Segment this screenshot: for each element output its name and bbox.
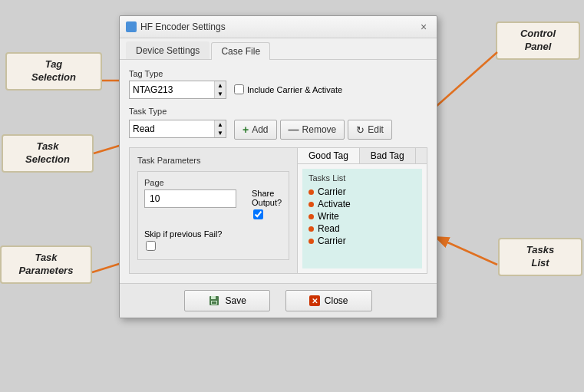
bullet-icon [308, 214, 314, 219]
page-input[interactable] [144, 189, 236, 208]
tag-type-field: Tag Type ▲ ▼ [129, 69, 226, 99]
minus-icon: — [289, 124, 299, 136]
include-carrier-checkbox[interactable] [234, 84, 244, 94]
task-parameters-inner: Page Share Output? [137, 171, 289, 260]
share-output-text: Share Output? [252, 189, 282, 207]
task-buttons: + Add — Remove ↻ Edit [234, 120, 392, 140]
tasks-list-container: Tasks List Carrier Activate Write [302, 169, 422, 268]
task-parameters-title: Task Parameters [137, 156, 289, 165]
include-carrier-label: Include Carrier & Activate [234, 84, 342, 94]
close-label: Close [325, 295, 348, 306]
title-icon [126, 21, 137, 32]
close-x-icon: ✕ [309, 295, 320, 306]
tab-case-file[interactable]: Case File [211, 42, 270, 60]
tasks-panel: Good Tag Bad Tag Tasks List Carrier Acti… [298, 147, 427, 274]
main-panel-area: Task Parameters Page Share Output? [129, 147, 427, 274]
share-output-field: Share Output? [252, 189, 282, 222]
dialog-window: HF Encoder Settings × Device Settings Ca… [119, 15, 437, 318]
list-item: Activate [308, 198, 416, 210]
dialog-close-button[interactable]: × [417, 20, 431, 34]
remove-label: Remove [302, 124, 337, 135]
dialog-title: HF Encoder Settings [126, 21, 226, 32]
dialog-content: Tag Type ▲ ▼ Include Carrier & Ac [120, 60, 437, 283]
list-item: Write [308, 210, 416, 222]
list-item: Carrier [308, 186, 416, 198]
task-type-up-btn[interactable]: ▲ [215, 120, 226, 129]
bullet-icon [308, 189, 314, 195]
tab-device-settings[interactable]: Device Settings [126, 41, 210, 59]
svg-line-4 [437, 238, 497, 265]
task-name: Read [318, 223, 340, 234]
plus-icon: + [243, 124, 249, 136]
tab-good-tag[interactable]: Good Tag [298, 148, 360, 163]
skip-fail-label: Skip if previous Fail? [144, 229, 282, 239]
page-field: Page [144, 178, 236, 208]
include-carrier-field: Include Carrier & Activate [234, 84, 342, 94]
dialog-footer: Save ✕ Close [120, 283, 437, 318]
task-name: Carrier [318, 236, 346, 246]
svg-rect-8 [212, 301, 216, 304]
tag-type-spinner[interactable]: ▲ ▼ [129, 81, 226, 99]
annotation-task-parameters: Task Parameters [0, 245, 92, 284]
task-type-input[interactable] [130, 120, 214, 137]
task-name: Write [318, 211, 339, 222]
task-name: Carrier [318, 186, 346, 197]
tab-bad-tag[interactable]: Bad Tag [360, 148, 416, 163]
bullet-icon [308, 202, 314, 207]
tasks-list-label: Tasks List [308, 173, 416, 183]
params-row: Page Share Output? [144, 178, 282, 222]
task-parameters-panel: Task Parameters Page Share Output? [129, 147, 298, 274]
share-output-label: Share Output? [252, 189, 282, 207]
tag-type-up-btn[interactable]: ▲ [215, 81, 226, 90]
outer-wrapper: Tag Selection Task Selection Task Parame… [0, 0, 584, 392]
include-carrier-text: Include Carrier & Activate [247, 85, 342, 94]
add-button[interactable]: + Add [234, 120, 277, 140]
add-label: Add [252, 124, 268, 135]
svg-rect-6 [211, 296, 216, 299]
tag-type-row: Tag Type ▲ ▼ Include Carrier & Ac [129, 69, 427, 99]
task-type-label: Task Type [129, 107, 427, 116]
task-type-down-btn[interactable]: ▼ [215, 129, 226, 137]
skip-fail-text: Skip if previous Fail? [144, 229, 223, 239]
save-icon [208, 295, 220, 307]
annotation-control-panel: Control Panel [496, 21, 580, 60]
dialog-title-text: HF Encoder Settings [140, 21, 226, 32]
tag-type-section: Tag Type ▲ ▼ Include Carrier & Ac [129, 69, 427, 99]
task-type-section: Task Type ▲ ▼ + Add [129, 107, 427, 140]
bullet-icon [308, 239, 314, 244]
task-type-row: ▲ ▼ + Add — Remove [129, 118, 427, 140]
annotation-tag-selection: Tag Selection [5, 52, 102, 91]
annotation-task-selection: Task Selection [2, 134, 94, 173]
tag-type-input[interactable] [130, 81, 214, 98]
refresh-icon: ↻ [356, 124, 365, 136]
close-button[interactable]: ✕ Close [285, 290, 372, 311]
remove-button[interactable]: — Remove [280, 120, 345, 140]
dialog-tabs: Device Settings Case File [120, 38, 437, 60]
skip-fail-row: Skip if previous Fail? [144, 229, 282, 253]
task-type-arrows: ▲ ▼ [214, 120, 226, 137]
share-output-checkbox[interactable] [253, 209, 263, 219]
edit-button[interactable]: ↻ Edit [348, 120, 392, 140]
save-button[interactable]: Save [184, 290, 269, 311]
edit-label: Edit [368, 124, 384, 135]
list-item: Carrier [308, 235, 416, 247]
task-name: Activate [318, 199, 351, 209]
tag-type-label: Tag Type [129, 69, 226, 78]
dialog-titlebar: HF Encoder Settings × [120, 16, 437, 38]
save-label: Save [225, 295, 246, 306]
task-type-spinner[interactable]: ▲ ▼ [129, 120, 226, 138]
tag-type-arrows: ▲ ▼ [214, 81, 226, 98]
tag-type-down-btn[interactable]: ▼ [215, 90, 226, 98]
bullet-icon [308, 226, 314, 232]
list-item: Read [308, 222, 416, 235]
annotation-tasks-list: Tasks List [498, 238, 582, 276]
skip-fail-checkbox[interactable] [146, 241, 156, 251]
page-label: Page [144, 178, 236, 187]
right-tabs: Good Tag Bad Tag [298, 148, 427, 164]
